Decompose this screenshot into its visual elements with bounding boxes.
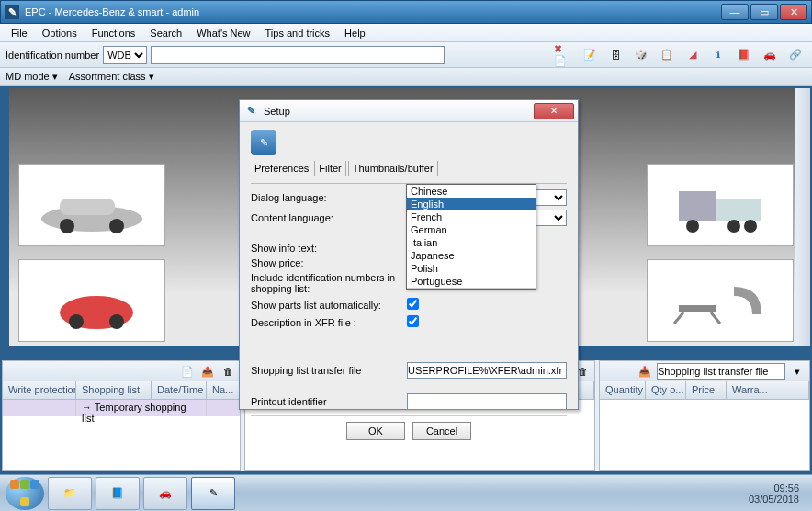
vehicle-tile-truck[interactable] xyxy=(647,164,794,246)
transfer-panel: 📥 ▾ Quantity Qty o... Price Warra... xyxy=(599,360,810,471)
svg-point-5 xyxy=(69,314,84,329)
task-epc[interactable]: ✎ xyxy=(191,477,235,510)
vehicle-tile-sedan[interactable] xyxy=(18,164,165,246)
lang-option[interactable]: Italian xyxy=(407,236,536,249)
edit-icon[interactable]: 📝 xyxy=(580,45,600,65)
vehicle-tile-smart[interactable] xyxy=(18,259,165,342)
transfer-file-label: Shopping list transfer file xyxy=(251,365,407,376)
task-explorer[interactable]: 📁 xyxy=(48,477,92,510)
dropdown-icon[interactable]: ▾ xyxy=(789,363,806,380)
minimize-button[interactable]: — xyxy=(721,4,749,20)
col-shopping-list[interactable]: Shopping list xyxy=(76,381,152,399)
clock-time: 09:56 xyxy=(773,483,799,494)
svg-point-10 xyxy=(727,220,740,233)
transfer-file-combo[interactable] xyxy=(657,363,785,380)
export-icon[interactable]: 📤 xyxy=(199,363,216,380)
menu-options[interactable]: Options xyxy=(35,26,85,40)
lang-option[interactable]: French xyxy=(407,210,536,223)
dialog-title-bar[interactable]: ✎ Setup ✕ xyxy=(240,100,578,122)
tab-thumbnails[interactable]: Thumbnails/buffer xyxy=(348,161,438,176)
identification-toolbar: Identification number WDB ✖📄 📝 🗄 🎲 📋 ◢ ℹ… xyxy=(0,42,812,68)
cancel-button[interactable]: Cancel xyxy=(412,422,471,440)
taskbar: 📁 📘 🚗 ✎ 09:56 03/05/2018 xyxy=(0,474,812,511)
col-na[interactable]: Na... xyxy=(207,381,240,399)
content-language-label: Content language: xyxy=(251,212,407,223)
book-icon[interactable]: 📕 xyxy=(734,45,754,65)
info-icon[interactable]: ℹ xyxy=(708,45,728,65)
show-info-label: Show info text: xyxy=(251,243,407,254)
printout-label: Printout identifier xyxy=(251,396,407,407)
menu-whats-new[interactable]: What's New xyxy=(189,26,257,40)
show-price-label: Show price: xyxy=(251,257,407,268)
ok-button[interactable]: OK xyxy=(346,422,405,440)
dialog-title: Setup xyxy=(264,106,534,117)
svg-point-11 xyxy=(744,220,757,233)
menu-file[interactable]: File xyxy=(4,26,35,40)
task-app-1[interactable]: 📘 xyxy=(96,477,140,510)
ident-number-input[interactable] xyxy=(151,46,445,64)
col-warr[interactable]: Warra... xyxy=(727,381,809,399)
language-dropdown-list[interactable]: Chinese English French German Italian Ja… xyxy=(406,184,536,290)
lang-option[interactable]: German xyxy=(407,223,536,236)
transfer-file-input[interactable] xyxy=(407,362,567,379)
ident-prefix-select[interactable]: WDB xyxy=(103,46,147,64)
svg-rect-7 xyxy=(679,191,716,221)
dialog-close-button[interactable]: ✕ xyxy=(534,103,574,119)
transfer-icon[interactable]: 📥 xyxy=(637,363,653,380)
show-parts-label: Show parts list automatically: xyxy=(251,300,407,311)
system-tray[interactable]: 09:56 03/05/2018 xyxy=(741,483,806,505)
link-icon[interactable]: 🔗 xyxy=(785,45,806,65)
clock-date: 03/05/2018 xyxy=(749,494,799,505)
menu-functions[interactable]: Functions xyxy=(85,26,143,40)
svg-line-13 xyxy=(674,312,683,324)
delete-icon[interactable]: ✖📄 xyxy=(554,45,574,65)
md-mode-menu[interactable]: MD mode ▾ xyxy=(6,71,58,83)
vehicle-tile-tools[interactable] xyxy=(647,259,794,342)
menu-search[interactable]: Search xyxy=(142,26,189,40)
assortment-class-menu[interactable]: Assortment class ▾ xyxy=(69,71,154,83)
desc-xfr-label: Description in XFR file : xyxy=(251,317,407,328)
col-write-protection[interactable]: Write protection xyxy=(3,381,76,399)
svg-line-14 xyxy=(711,312,720,324)
delete-row-icon[interactable]: 🗑 xyxy=(220,363,236,380)
lang-option[interactable]: Japanese xyxy=(407,249,536,262)
mode-toolbar: MD mode ▾ Assortment class ▾ xyxy=(0,68,812,86)
svg-point-6 xyxy=(109,314,124,329)
svg-point-9 xyxy=(686,220,699,233)
col-qtyo[interactable]: Qty o... xyxy=(646,381,686,399)
show-parts-checkbox[interactable] xyxy=(407,298,419,310)
table-row[interactable]: → Temporary shopping list xyxy=(3,400,240,416)
col-qty[interactable]: Quantity xyxy=(600,381,646,399)
menu-tips[interactable]: Tips and tricks xyxy=(258,26,338,40)
menu-help[interactable]: Help xyxy=(337,26,373,40)
printout-input[interactable] xyxy=(407,393,567,410)
svg-rect-8 xyxy=(716,199,761,221)
col-price[interactable]: Price xyxy=(686,381,727,399)
lang-option[interactable]: Chinese xyxy=(407,185,536,198)
pencil-icon: ✎ xyxy=(243,104,258,119)
tab-filter[interactable]: Filter xyxy=(314,161,345,176)
main-scrollbar[interactable] xyxy=(795,88,810,346)
lang-option[interactable]: Portuguese xyxy=(407,275,536,289)
include-ident-label: Include identification numbers in shoppi… xyxy=(251,272,407,294)
lang-option[interactable]: Polish xyxy=(407,262,536,275)
save-icon[interactable]: 🗄 xyxy=(605,45,626,65)
list-icon[interactable]: 📋 xyxy=(657,45,677,65)
close-button[interactable]: ✕ xyxy=(780,4,807,20)
car-icon[interactable]: 🚗 xyxy=(760,45,780,65)
ident-label: Identification number xyxy=(6,50,99,61)
svg-point-2 xyxy=(60,219,74,233)
dialog-language-label: Dialog language: xyxy=(251,192,407,203)
menu-bar: File Options Functions Search What's New… xyxy=(0,24,812,42)
desc-xfr-checkbox[interactable] xyxy=(407,315,419,327)
maximize-button[interactable]: ▭ xyxy=(750,4,778,20)
svg-rect-12 xyxy=(679,305,716,312)
tab-preferences[interactable]: Preferences xyxy=(251,161,312,176)
lang-option-selected[interactable]: English xyxy=(407,198,536,210)
start-button[interactable] xyxy=(6,477,44,510)
dice-icon[interactable]: 🎲 xyxy=(631,45,651,65)
eraser-icon[interactable]: ◢ xyxy=(682,45,703,65)
copy-icon[interactable]: 📄 xyxy=(179,363,196,380)
task-app-2[interactable]: 🚗 xyxy=(143,477,187,510)
col-datetime[interactable]: Date/Time ▲ xyxy=(152,381,207,399)
